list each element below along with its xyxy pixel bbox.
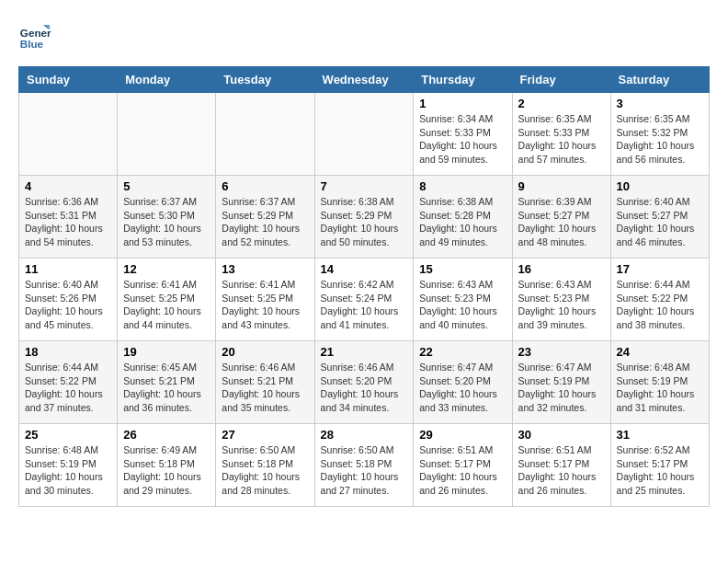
day-cell: 29Sunrise: 6:51 AMSunset: 5:17 PMDayligh… <box>414 424 512 507</box>
day-detail: Sunrise: 6:44 AMSunset: 5:22 PMDaylight:… <box>617 278 703 332</box>
header-day-friday: Friday <box>512 67 610 93</box>
day-cell: 12Sunrise: 6:41 AMSunset: 5:25 PMDayligh… <box>118 259 216 341</box>
page-header: General Blue <box>18 18 710 52</box>
day-cell: 31Sunrise: 6:52 AMSunset: 5:17 PMDayligh… <box>610 424 709 507</box>
day-cell: 13Sunrise: 6:41 AMSunset: 5:25 PMDayligh… <box>216 259 314 341</box>
day-number: 29 <box>419 428 506 442</box>
day-detail: Sunrise: 6:40 AMSunset: 5:27 PMDaylight:… <box>617 195 703 249</box>
day-cell <box>216 93 314 176</box>
day-number: 14 <box>321 262 408 276</box>
calendar-header-row: SundayMondayTuesdayWednesdayThursdayFrid… <box>19 67 710 93</box>
day-detail: Sunrise: 6:43 AMSunset: 5:23 PMDaylight:… <box>419 278 506 332</box>
day-detail: Sunrise: 6:39 AMSunset: 5:27 PMDaylight:… <box>518 195 605 249</box>
day-detail: Sunrise: 6:38 AMSunset: 5:28 PMDaylight:… <box>419 195 506 249</box>
day-number: 8 <box>419 179 506 193</box>
day-number: 5 <box>123 179 210 193</box>
day-detail: Sunrise: 6:50 AMSunset: 5:18 PMDaylight:… <box>222 443 308 498</box>
day-cell <box>118 93 216 176</box>
day-cell: 16Sunrise: 6:43 AMSunset: 5:23 PMDayligh… <box>512 259 610 341</box>
day-detail: Sunrise: 6:42 AMSunset: 5:24 PMDaylight:… <box>321 278 408 332</box>
day-detail: Sunrise: 6:47 AMSunset: 5:19 PMDaylight:… <box>518 361 605 415</box>
day-cell <box>19 93 118 176</box>
day-number: 12 <box>123 262 210 276</box>
day-cell: 15Sunrise: 6:43 AMSunset: 5:23 PMDayligh… <box>414 259 512 341</box>
day-number: 2 <box>518 97 605 110</box>
day-number: 22 <box>419 345 506 359</box>
day-number: 4 <box>25 179 111 193</box>
day-number: 28 <box>321 428 408 442</box>
day-detail: Sunrise: 6:35 AMSunset: 5:33 PMDaylight:… <box>518 112 605 167</box>
day-detail: Sunrise: 6:48 AMSunset: 5:19 PMDaylight:… <box>25 443 111 498</box>
day-number: 7 <box>321 179 408 193</box>
day-cell: 21Sunrise: 6:46 AMSunset: 5:20 PMDayligh… <box>314 341 414 424</box>
week-row-3: 11Sunrise: 6:40 AMSunset: 5:26 PMDayligh… <box>19 259 710 341</box>
day-cell: 11Sunrise: 6:40 AMSunset: 5:26 PMDayligh… <box>19 259 118 341</box>
day-detail: Sunrise: 6:49 AMSunset: 5:18 PMDaylight:… <box>123 443 210 498</box>
header-day-thursday: Thursday <box>414 67 512 93</box>
day-cell: 7Sunrise: 6:38 AMSunset: 5:29 PMDaylight… <box>314 176 414 259</box>
day-detail: Sunrise: 6:40 AMSunset: 5:26 PMDaylight:… <box>25 278 111 332</box>
header-day-sunday: Sunday <box>19 67 118 93</box>
day-cell: 4Sunrise: 6:36 AMSunset: 5:31 PMDaylight… <box>19 176 118 259</box>
day-number: 13 <box>222 262 308 276</box>
day-detail: Sunrise: 6:43 AMSunset: 5:23 PMDaylight:… <box>518 278 605 332</box>
day-number: 30 <box>518 428 605 442</box>
day-cell: 6Sunrise: 6:37 AMSunset: 5:29 PMDaylight… <box>216 176 314 259</box>
day-detail: Sunrise: 6:37 AMSunset: 5:29 PMDaylight:… <box>222 195 308 249</box>
logo: General Blue <box>18 18 51 52</box>
day-detail: Sunrise: 6:46 AMSunset: 5:21 PMDaylight:… <box>222 361 308 415</box>
day-cell: 9Sunrise: 6:39 AMSunset: 5:27 PMDaylight… <box>512 176 610 259</box>
logo-icon: General Blue <box>18 18 51 52</box>
day-number: 23 <box>518 345 605 359</box>
header-day-wednesday: Wednesday <box>314 67 414 93</box>
day-number: 3 <box>617 97 703 110</box>
day-cell: 30Sunrise: 6:51 AMSunset: 5:17 PMDayligh… <box>512 424 610 507</box>
day-detail: Sunrise: 6:36 AMSunset: 5:31 PMDaylight:… <box>25 195 111 249</box>
week-row-1: 1Sunrise: 6:34 AMSunset: 5:33 PMDaylight… <box>19 93 710 176</box>
calendar-table: SundayMondayTuesdayWednesdayThursdayFrid… <box>18 66 710 507</box>
day-number: 18 <box>25 345 111 359</box>
day-number: 31 <box>617 428 703 442</box>
day-detail: Sunrise: 6:38 AMSunset: 5:29 PMDaylight:… <box>321 195 408 249</box>
day-cell: 25Sunrise: 6:48 AMSunset: 5:19 PMDayligh… <box>19 424 118 507</box>
week-row-4: 18Sunrise: 6:44 AMSunset: 5:22 PMDayligh… <box>19 341 710 424</box>
day-cell: 20Sunrise: 6:46 AMSunset: 5:21 PMDayligh… <box>216 341 314 424</box>
day-cell: 23Sunrise: 6:47 AMSunset: 5:19 PMDayligh… <box>512 341 610 424</box>
day-number: 20 <box>222 345 308 359</box>
day-detail: Sunrise: 6:37 AMSunset: 5:30 PMDaylight:… <box>123 195 210 249</box>
day-cell: 2Sunrise: 6:35 AMSunset: 5:33 PMDaylight… <box>512 93 610 176</box>
day-number: 16 <box>518 262 605 276</box>
day-detail: Sunrise: 6:41 AMSunset: 5:25 PMDaylight:… <box>123 278 210 332</box>
header-day-saturday: Saturday <box>610 67 709 93</box>
day-number: 27 <box>222 428 308 442</box>
day-number: 21 <box>321 345 408 359</box>
svg-text:Blue: Blue <box>20 38 44 50</box>
day-detail: Sunrise: 6:46 AMSunset: 5:20 PMDaylight:… <box>321 361 408 415</box>
day-cell: 5Sunrise: 6:37 AMSunset: 5:30 PMDaylight… <box>118 176 216 259</box>
day-number: 25 <box>25 428 111 442</box>
day-detail: Sunrise: 6:44 AMSunset: 5:22 PMDaylight:… <box>25 361 111 415</box>
day-cell: 8Sunrise: 6:38 AMSunset: 5:28 PMDaylight… <box>414 176 512 259</box>
day-detail: Sunrise: 6:47 AMSunset: 5:20 PMDaylight:… <box>419 361 506 415</box>
week-row-2: 4Sunrise: 6:36 AMSunset: 5:31 PMDaylight… <box>19 176 710 259</box>
day-cell: 28Sunrise: 6:50 AMSunset: 5:18 PMDayligh… <box>314 424 414 507</box>
day-detail: Sunrise: 6:35 AMSunset: 5:32 PMDaylight:… <box>617 112 703 167</box>
day-cell: 26Sunrise: 6:49 AMSunset: 5:18 PMDayligh… <box>118 424 216 507</box>
header-day-monday: Monday <box>118 67 216 93</box>
calendar-body: 1Sunrise: 6:34 AMSunset: 5:33 PMDaylight… <box>19 93 710 507</box>
day-cell: 24Sunrise: 6:48 AMSunset: 5:19 PMDayligh… <box>610 341 709 424</box>
day-number: 9 <box>518 179 605 193</box>
day-cell: 10Sunrise: 6:40 AMSunset: 5:27 PMDayligh… <box>610 176 709 259</box>
day-cell: 19Sunrise: 6:45 AMSunset: 5:21 PMDayligh… <box>118 341 216 424</box>
day-detail: Sunrise: 6:34 AMSunset: 5:33 PMDaylight:… <box>419 112 506 167</box>
day-number: 19 <box>123 345 210 359</box>
day-number: 1 <box>419 97 506 110</box>
day-number: 24 <box>617 345 703 359</box>
day-detail: Sunrise: 6:50 AMSunset: 5:18 PMDaylight:… <box>321 443 408 498</box>
day-cell: 14Sunrise: 6:42 AMSunset: 5:24 PMDayligh… <box>314 259 414 341</box>
day-detail: Sunrise: 6:45 AMSunset: 5:21 PMDaylight:… <box>123 361 210 415</box>
day-cell: 1Sunrise: 6:34 AMSunset: 5:33 PMDaylight… <box>414 93 512 176</box>
day-detail: Sunrise: 6:52 AMSunset: 5:17 PMDaylight:… <box>617 443 703 498</box>
day-cell: 22Sunrise: 6:47 AMSunset: 5:20 PMDayligh… <box>414 341 512 424</box>
day-number: 10 <box>617 179 703 193</box>
